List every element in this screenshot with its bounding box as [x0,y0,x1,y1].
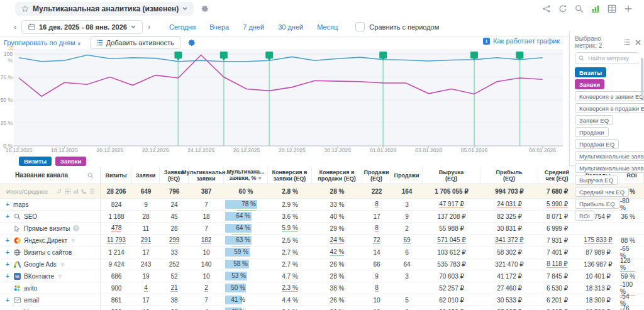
table-row[interactable]: +SEO1 18828451864 %3.6 %40 %179137 208 ₽… [0,211,644,223]
how-chart-works-link[interactable]: i Как работает график [483,37,560,45]
metric-tag-4[interactable]: Заявки EQ [575,115,613,125]
col-header-channel[interactable]: Название канала [0,167,101,184]
chart-settings-gear-icon[interactable] [188,39,196,47]
channel-name-cell[interactable]: +maps [0,199,101,210]
col-header-9[interactable]: Продажи [391,167,423,184]
search-icon[interactable] [575,4,584,13]
add-icon[interactable] [624,4,633,13]
channel-search-icon[interactable] [87,172,94,179]
value-cell: 88 % [620,235,644,246]
table-icon[interactable] [608,4,616,13]
metric-tag-2[interactable]: Конверсия в заявки EQ [575,91,644,101]
channel-name-cell[interactable]: avito [0,282,101,294]
metric-tag-8[interactable]: Мультиканальные заявки, % [575,163,644,173]
cursor-icon [13,225,21,232]
expand-row-button[interactable]: + [5,201,10,208]
channel-name-cell[interactable]: +email [0,294,101,306]
value-cell: 62 010 ₽ [423,294,480,306]
value-cell: 9 [362,270,391,282]
expand-row-button[interactable]: + [5,272,10,280]
metric-tag-9[interactable]: Выручка EQ [575,175,618,185]
star-icon[interactable] [21,5,29,13]
prev-period-button[interactable]: ‹ [9,23,21,31]
close-icon[interactable] [635,40,641,45]
table-row[interactable]: +Визиты с сайтов1 21417331059 %2.7 %42 %… [0,246,644,258]
channel-name-cell[interactable]: +Google Ads [0,258,101,270]
panel-scrollbar[interactable] [641,58,643,97]
date-range-picker[interactable]: 16 дек. 2025 - 08 янв. 2026 [21,20,143,34]
sort-icon[interactable] [57,188,62,194]
value-cell: 7 845 ₽ [538,270,576,282]
channel-name-cell[interactable]: +blogger [0,306,101,310]
value-cell: 38 [160,294,189,306]
col-header-6[interactable]: Конверсия взаявки (EQ) [268,167,312,184]
value-cell: 140 [189,258,224,270]
expand-row-button[interactable]: + [5,248,10,256]
col-header-5[interactable]: Мультикана...заявки, %▼ [224,167,268,184]
multichannel-analytics-app: Мультиканальная аналитика (изменен) ‹ 16… [0,0,644,310]
metric-tag-6[interactable]: Продажи EQ [575,139,619,149]
value-cell: 7 [189,199,224,210]
grid-icon[interactable] [65,189,70,194]
share-icon[interactable] [542,4,551,13]
table-row[interactable]: +maps824924778 %2.9 %33 %8347 917 ₽24 03… [0,199,644,211]
table-row[interactable]: +blogger8381026440 %3.1 %38 %10368 652 ₽… [0,306,644,310]
col-header-10[interactable]: Выручка(EQ) [423,167,480,184]
metric-tag-3[interactable]: Конверсия в продажи EQ [575,103,644,113]
legend-visits-chip[interactable]: Визиты [19,157,52,166]
channel-name-cell[interactable]: +VKВКонтакте [0,270,101,282]
preset-0[interactable]: Сегодня [169,23,196,31]
col-header-4[interactable]: Мультиканальн...заявки [189,167,224,184]
table-row[interactable]: +VKВКонтакте68619521053 %4.7 %28 %9370 6… [0,270,644,282]
metric-tag-0[interactable]: Визиты [575,67,606,77]
metric-search-input[interactable] [587,54,640,62]
compare-period-checkbox[interactable] [355,22,365,31]
metric-tag-5[interactable]: Продажи [575,127,609,137]
metric-tag-1[interactable]: Заявки [575,79,604,89]
expand-row-button[interactable]: + [5,260,10,268]
totals-row: Итого/Среднее28 20664979638760 %2.8 %28 … [0,184,644,199]
table-row[interactable]: Прямые визиты?4781128764 %5.9 %29 %8255 … [0,223,644,235]
table-row[interactable]: +Google Ads9 42424325214058 %2.7 %26 %66… [0,258,644,270]
col-header-2[interactable]: Заявки [132,167,160,184]
refresh-icon[interactable] [558,4,567,13]
metrics-list-icon[interactable] [623,39,630,45]
metric-tag-12[interactable]: ROI [575,211,594,221]
col-header-8[interactable]: Продажи(EQ) [362,167,391,184]
chart-icon[interactable] [591,4,600,13]
table-row[interactable]: +email8611738741 %4.4 %26 %10562 010 ₽30… [0,294,644,306]
metric-search-box[interactable] [575,52,640,64]
multichannel-chart[interactable] [14,49,563,150]
next-period-button[interactable]: › [143,23,155,31]
preset-4[interactable]: Месяц [317,23,338,31]
group-by-dropdown[interactable]: Группировать по дням ∨ [4,39,81,47]
metric-tag-7[interactable]: Мультиканальные заявки [575,151,644,161]
metric-tag-11[interactable]: Прибыль EQ [575,199,619,209]
preset-1[interactable]: Вчера [209,23,229,31]
metric-tag-10[interactable]: Средний чек EQ [575,187,629,197]
y-axis-label: 25 % [0,120,13,126]
channel-name-cell[interactable]: +Визиты с сайтов [0,246,101,258]
report-title-dropdown[interactable]: Мультиканальная аналитика (изменен) [15,2,194,16]
table-row[interactable]: +Яндекс.Директ11 79329129918263 %2.5 %24… [0,235,644,246]
legend-leads-chip[interactable]: Заявки [55,157,86,166]
report-settings-gear-icon[interactable] [201,5,209,13]
add-activity-button[interactable]: Добавить активность [90,36,180,49]
expand-row-button[interactable]: + [5,296,10,304]
expand-row-button[interactable]: + [5,213,10,220]
channel-name-cell[interactable]: +Яндекс.Директ [0,235,101,246]
col-header-11[interactable]: Прибыль(EQ) [480,167,538,184]
expand-row-button[interactable]: + [5,236,10,244]
help-icon[interactable]: ? [73,225,79,231]
phone-icon[interactable] [81,189,87,194]
list-icon[interactable] [89,189,95,194]
col-header-7[interactable]: Конверсия впродажи (EQ) [312,167,362,184]
bars-icon[interactable] [73,189,79,194]
preset-2[interactable]: 7 дней [243,23,264,31]
warning-icon[interactable]: ⚠ [8,44,14,51]
channel-name-cell[interactable]: +SEO [0,211,101,222]
table-row[interactable]: avito900421250 %2.3 %38 %852 257 ₽27 460… [0,282,644,294]
channel-name-cell[interactable]: Прямые визиты? [0,223,101,234]
col-header-1[interactable]: Визиты [101,167,132,184]
preset-3[interactable]: 30 дней [278,23,303,31]
